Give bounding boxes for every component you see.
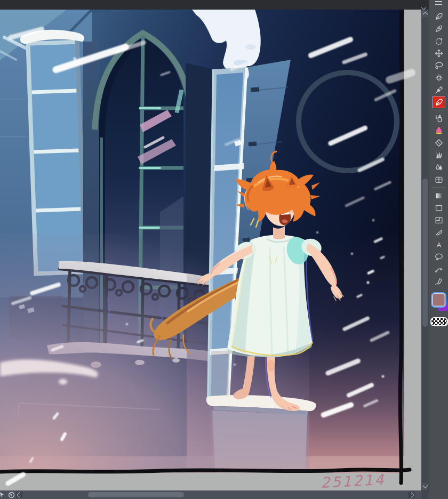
pencil-icon xyxy=(434,97,444,108)
magic-wand-icon xyxy=(434,73,444,83)
artwork-signature: 251214 xyxy=(321,471,386,490)
tool-lasso[interactable] xyxy=(432,59,445,71)
horizontal-scrollbar-thumb[interactable] xyxy=(88,492,184,497)
ruler-icon xyxy=(434,227,444,238)
decoration-icon xyxy=(434,125,444,136)
scroll-down-button[interactable] xyxy=(422,483,428,490)
tool-figure[interactable] xyxy=(432,202,445,214)
scroll-up-button[interactable] xyxy=(422,10,428,17)
tool-gradient[interactable] xyxy=(432,189,445,202)
chevron-left-icon xyxy=(17,492,22,497)
app-window: 251214 xyxy=(0,0,448,499)
tool-list xyxy=(432,10,446,287)
grass-icon xyxy=(434,150,444,160)
gradient-icon xyxy=(434,190,444,201)
tool-palette xyxy=(429,0,448,499)
tool-line-correction[interactable] xyxy=(432,275,445,287)
transparent-color-swatch[interactable] xyxy=(430,317,448,326)
toolbar-separator xyxy=(432,187,446,188)
tool-blend[interactable] xyxy=(432,161,445,173)
move-icon xyxy=(434,48,444,59)
hamburger-menu-icon[interactable] xyxy=(435,1,442,6)
eyedropper-icon xyxy=(434,85,444,95)
scroll-left-button[interactable] xyxy=(16,492,23,498)
blend-icon xyxy=(434,162,444,173)
tool-mesh[interactable] xyxy=(432,173,445,186)
pen-icon xyxy=(434,11,444,22)
text-icon xyxy=(434,239,444,250)
toolbar-separator xyxy=(432,110,446,110)
tool-magic-wand[interactable] xyxy=(432,71,445,84)
airbrush-icon xyxy=(434,113,444,124)
cursor-icon[interactable] xyxy=(0,492,5,498)
scrollbar-corner xyxy=(421,490,429,499)
frame-icon xyxy=(434,215,444,226)
tool-move[interactable] xyxy=(432,47,445,59)
tool-grass[interactable] xyxy=(432,149,445,161)
rotate-icon xyxy=(434,36,444,46)
status-bar xyxy=(0,490,421,499)
rotation-reset-icon[interactable] xyxy=(8,492,15,498)
operation-icon xyxy=(434,264,444,275)
chevron-up-icon xyxy=(422,12,428,17)
tool-decoration[interactable] xyxy=(432,124,445,136)
vertical-scrollbar[interactable] xyxy=(421,10,429,490)
tool-airbrush[interactable] xyxy=(432,112,445,124)
lasso-icon xyxy=(434,60,444,71)
eraser-icon xyxy=(434,138,444,148)
main-color-swatch[interactable] xyxy=(431,292,446,308)
tool-pencil[interactable] xyxy=(432,96,445,108)
chevron-down-icon xyxy=(422,483,428,488)
line-correction-icon xyxy=(434,276,444,287)
tool-calligraphy-pen[interactable] xyxy=(432,22,445,35)
tool-ruler[interactable] xyxy=(432,226,445,238)
vertical-scrollbar-thumb[interactable] xyxy=(422,179,428,327)
canvas-artwork[interactable]: 251214 xyxy=(0,10,421,490)
chevron-right-icon xyxy=(409,492,414,497)
balloon-icon xyxy=(434,252,444,262)
figure-icon xyxy=(434,203,444,213)
canvas-viewport[interactable]: 251214 xyxy=(0,10,421,490)
scroll-right-button[interactable] xyxy=(408,492,415,498)
tool-eyedropper[interactable] xyxy=(432,84,445,96)
mesh-icon xyxy=(434,174,444,185)
tool-eraser[interactable] xyxy=(432,136,445,149)
tool-pen[interactable] xyxy=(432,10,445,22)
tool-text[interactable] xyxy=(432,238,445,251)
tool-operation[interactable] xyxy=(432,263,445,275)
color-swatches xyxy=(430,292,448,327)
tool-rotate[interactable] xyxy=(432,35,445,47)
tool-balloon[interactable] xyxy=(432,251,445,263)
tool-frame[interactable] xyxy=(432,214,445,226)
calligraphy-pen-icon xyxy=(434,23,444,34)
top-bar xyxy=(0,0,429,10)
